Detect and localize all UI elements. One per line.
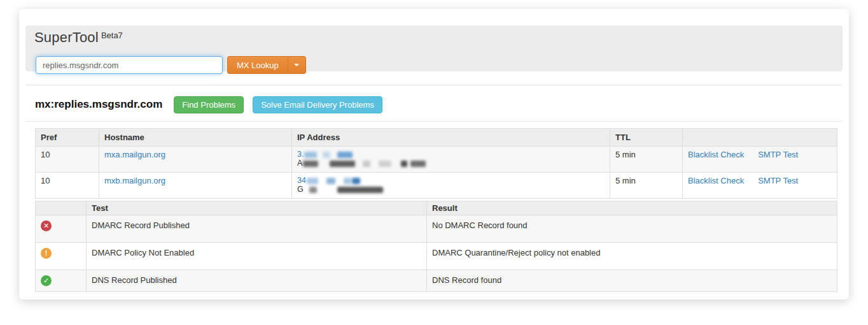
app-title: SuperTool (34, 29, 99, 45)
lookup-button-group: MX Lookup (227, 56, 306, 74)
supertool-card: SuperToolBeta7 MX Lookup mx:replies.msgs… (19, 9, 849, 300)
table-row: ✓ DNS Record Published DNS Record found (36, 270, 837, 292)
page-title: SuperToolBeta7 (34, 29, 834, 46)
query-title: mx:replies.msgsndr.com (35, 98, 162, 111)
solve-email-delivery-button[interactable]: Solve Email Delivery Problems (253, 96, 382, 113)
asn-redacted: G (297, 185, 605, 194)
smtp-test-link[interactable]: SMTP Test (758, 176, 798, 185)
test-name: DMARC Record Published (87, 215, 427, 243)
test-result: DMARC Quarantine/Reject policy not enabl… (427, 243, 837, 270)
test-table-header-row: Test Result (36, 201, 837, 215)
ip-cell: 34 G (292, 173, 610, 199)
lookup-row: MX Lookup (36, 56, 306, 74)
col-header-ttl: TTL (610, 129, 683, 147)
asn-redacted: A (297, 159, 605, 168)
mx-records-table: Pref Hostname IP Address TTL 10 mxa.mail… (35, 128, 837, 199)
ttl-cell: 5 min (610, 173, 683, 199)
col-header-result: Result (427, 201, 837, 215)
ip-cell: 3. A (292, 147, 610, 173)
mx-table-header-row: Pref Hostname IP Address TTL (36, 129, 837, 147)
pref-cell: 10 (36, 147, 99, 173)
test-name: DMARC Policy Not Enabled (87, 243, 427, 270)
table-row: 10 mxb.mailgun.org 34 G 5 min Blacklist … (36, 173, 837, 199)
ttl-cell: 5 min (610, 147, 683, 173)
col-header-test: Test (87, 201, 427, 215)
table-row: ! DMARC Policy Not Enabled DMARC Quarant… (36, 243, 837, 270)
hostname-link[interactable]: mxb.mailgun.org (104, 176, 165, 185)
error-icon: ✕ (41, 220, 52, 231)
test-name: DNS Record Published (87, 270, 427, 292)
pref-cell: 10 (36, 173, 99, 199)
lookup-type-dropdown[interactable] (288, 56, 306, 74)
divider (25, 85, 843, 85)
mx-lookup-button[interactable]: MX Lookup (227, 56, 288, 74)
table-row: ✕ DMARC Record Published No DMARC Record… (36, 215, 837, 243)
blacklist-check-link[interactable]: Blacklist Check (688, 176, 744, 185)
smtp-test-link[interactable]: SMTP Test (758, 150, 798, 159)
tool-panel: SuperToolBeta7 MX Lookup (25, 25, 843, 71)
hostname-link[interactable]: mxa.mailgun.org (104, 150, 165, 159)
test-result: No DMARC Record found (427, 215, 837, 243)
dmarc-tests-table: Test Result ✕ DMARC Record Published No … (35, 201, 837, 292)
ip-address-redacted[interactable]: 3. (297, 150, 605, 159)
test-result: DNS Record found (427, 270, 837, 292)
col-header-ip: IP Address (292, 129, 610, 147)
ip-address-redacted[interactable]: 34 (297, 176, 605, 185)
blacklist-check-link[interactable]: Blacklist Check (688, 150, 744, 159)
find-problems-button[interactable]: Find Problems (174, 96, 244, 113)
chevron-down-icon (294, 64, 299, 66)
domain-input[interactable] (36, 56, 223, 74)
warning-icon: ! (41, 248, 52, 259)
table-row: 10 mxa.mailgun.org 3. A 5 min Blacklist … (36, 147, 837, 173)
result-header: mx:replies.msgsndr.com Find Problems Sol… (35, 96, 382, 113)
col-header-hostname: Hostname (99, 129, 292, 147)
divider (25, 121, 843, 122)
col-header-status (36, 201, 87, 215)
col-header-actions (683, 129, 837, 147)
check-icon: ✓ (41, 275, 52, 286)
beta-badge: Beta7 (101, 31, 123, 40)
col-header-pref: Pref (36, 129, 99, 147)
